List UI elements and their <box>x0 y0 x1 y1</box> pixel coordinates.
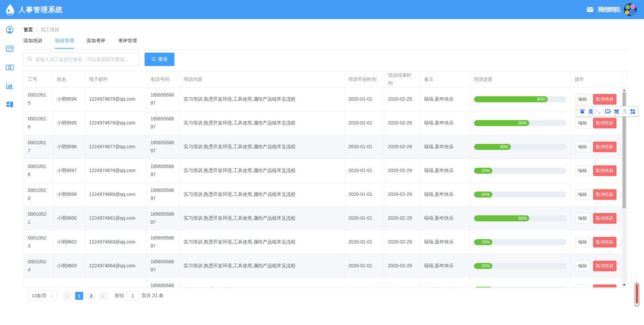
cell-start: 2020-01-01 <box>344 135 384 159</box>
cancel-training-button[interactable]: 取消培训 <box>593 94 616 105</box>
table-scrollbar[interactable] <box>622 88 627 288</box>
cell-start: 2020-01-01 <box>344 182 384 206</box>
table-row: 00010521小明96001224974681@qq.com185655588… <box>24 206 623 230</box>
table-row: 小明96041224974685@qq.com18565558897实习培训,熟… <box>24 278 623 288</box>
cell-note: 嘻嘻,新年快乐 <box>420 230 470 254</box>
column-header: 培训结束时间 <box>384 71 420 87</box>
ime-account-icon[interactable] <box>622 109 627 114</box>
tab-3[interactable]: 添加考评 <box>87 38 105 48</box>
cell-email: 1224974675@qq.com <box>85 87 146 111</box>
edit-button[interactable]: 编辑 <box>575 165 590 176</box>
progress-fill: 20% <box>474 192 492 198</box>
cancel-training-button[interactable]: 取消培训 <box>593 165 616 176</box>
cell-start: 2020-01-01 <box>344 87 384 111</box>
progress-fill: 80% <box>474 96 548 102</box>
edit-button[interactable]: 编辑 <box>575 261 590 271</box>
cell-start: 2020-01-01 <box>344 278 384 288</box>
tab-1[interactable]: 添加培训 <box>23 38 42 48</box>
window-scrollbar[interactable] <box>635 282 639 307</box>
edit-button[interactable]: 编辑 <box>575 237 590 248</box>
next-page-button[interactable]: › <box>99 292 107 300</box>
cell-id: 00010520 <box>24 182 53 206</box>
cell-name: 小明9602 <box>53 230 85 254</box>
table-row: 00010517小明95961224974677@qq.com185655588… <box>24 135 623 159</box>
search-button-icon <box>152 57 156 62</box>
sidebar-item-salary[interactable]: 1 <box>0 62 19 72</box>
ime-charset-toggle[interactable]: 简 <box>614 109 619 114</box>
progress-label: 20% <box>482 169 492 173</box>
goto-page-input[interactable] <box>126 291 140 301</box>
cell-actions: 编辑取消培训 <box>571 278 623 288</box>
cancel-training-button[interactable]: 取消培训 <box>593 118 616 128</box>
edit-button[interactable]: 编辑 <box>575 94 590 105</box>
scroll-down-icon[interactable] <box>623 284 626 286</box>
page: 人事管理系统 系统管理员 <box>0 0 644 325</box>
prev-page-button[interactable]: ‹ <box>63 292 71 300</box>
avatar[interactable] <box>624 3 637 16</box>
progress-bar: 80% <box>474 96 567 102</box>
column-header: 工号 <box>24 71 53 87</box>
page-size-select[interactable]: 12条/页 ∨ <box>28 291 57 301</box>
tab-2[interactable]: 培训管理 <box>55 38 74 49</box>
mail-icon[interactable] <box>587 7 593 12</box>
cancel-training-button[interactable]: 取消培训 <box>593 213 616 224</box>
page-button-2[interactable]: 2 <box>87 292 95 300</box>
ime-keyboard-icon[interactable] <box>605 109 611 114</box>
search-input[interactable] <box>23 53 139 66</box>
table-body: 00010515小明95941224974675@qq.com185655588… <box>24 87 623 288</box>
cell-end: 2020-02-29 <box>384 111 420 135</box>
edit-button[interactable]: 编辑 <box>575 213 590 224</box>
cell-content: 实习培训,熟悉开发环境,工具使用,属性产品线常见流程 <box>179 159 344 182</box>
cell-id: 00010523 <box>24 230 53 254</box>
cancel-training-button[interactable]: 取消培训 <box>593 142 616 152</box>
breadcrumb-home[interactable]: 首页 <box>23 27 33 33</box>
cell-end: 2020-02-29 <box>384 182 420 206</box>
cell-phone: 18565558897 <box>146 254 179 278</box>
cancel-training-button[interactable]: 取消培训 <box>593 237 616 248</box>
edit-button[interactable]: 编辑 <box>575 284 590 288</box>
column-header: 姓名 <box>53 71 85 87</box>
tab-bar: 添加培训培训管理添加考评考评管理 <box>23 38 627 50</box>
cell-id: 00010524 <box>24 254 53 278</box>
sidebar-item-account[interactable] <box>0 25 19 35</box>
ime-menu-grid-icon[interactable] <box>630 109 635 114</box>
table-row: 00010524小明96031224974684@qq.com185655588… <box>24 254 623 278</box>
cell-progress: 80% <box>470 87 571 111</box>
sidebar-item-statistics[interactable] <box>0 81 19 91</box>
progress-bar: 20% <box>474 168 567 174</box>
ime-logo-paw-icon[interactable] <box>579 109 585 114</box>
cell-email: 1224974681@qq.com <box>85 206 146 230</box>
edit-button[interactable]: 编辑 <box>575 189 590 200</box>
search-button[interactable]: 搜索 <box>145 53 174 66</box>
edit-button[interactable]: 编辑 <box>575 142 590 152</box>
cell-email: 1224974683@qq.com <box>85 230 146 254</box>
cancel-training-button[interactable]: 取消培训 <box>593 261 616 271</box>
cell-progress: 20% <box>470 230 571 254</box>
edit-button[interactable]: 编辑 <box>575 118 590 128</box>
progress-fill: 40% <box>474 144 511 150</box>
ime-punctuation-toggle[interactable]: '， <box>596 109 602 114</box>
cell-name: 小明9595 <box>53 111 85 135</box>
column-header: 培训内容 <box>179 71 344 87</box>
cancel-training-button[interactable]: 取消培训 <box>593 189 616 200</box>
sidebar-item-dashboard[interactable] <box>0 99 19 109</box>
progress-bar: 60% <box>474 215 567 221</box>
cancel-training-button[interactable]: 取消培训 <box>593 284 616 288</box>
ime-language-toggle[interactable]: 英 <box>588 109 593 114</box>
username[interactable]: 系统管理员 <box>597 6 619 13</box>
column-header: 培训开始时间 <box>344 71 384 87</box>
cell-progress: 60% <box>470 206 571 230</box>
cell-name: 小明9600 <box>53 206 85 230</box>
page-button-1[interactable]: 1 <box>75 292 83 300</box>
scroll-up-icon[interactable] <box>623 89 626 91</box>
id-card-icon <box>6 46 13 52</box>
window-scrollbar-thumb[interactable] <box>636 284 638 304</box>
progress-label: 20% <box>482 264 492 268</box>
cell-start: 2020-01-01 <box>344 159 384 182</box>
cell-actions: 编辑取消培训 <box>571 159 623 182</box>
sidebar-item-employees[interactable] <box>0 44 19 54</box>
tab-4[interactable]: 考评管理 <box>118 38 137 48</box>
cell-email: 1224974676@qq.com <box>85 111 146 135</box>
cell-progress: 40% <box>470 135 571 159</box>
cell-end: 2020-02-29 <box>384 87 420 111</box>
